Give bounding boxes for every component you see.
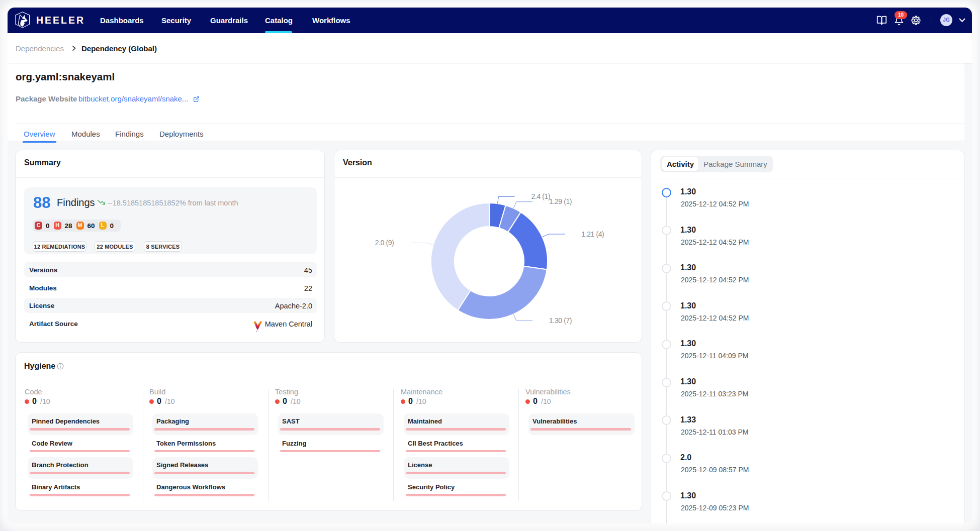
svg-text:2.0 (9): 2.0 (9)	[375, 239, 394, 247]
svg-text:1.30 (7): 1.30 (7)	[549, 316, 572, 325]
svg-text:2.4 (1): 2.4 (1)	[531, 192, 551, 200]
svg-text:1.29 (1): 1.29 (1)	[549, 197, 572, 205]
svg-text:1.21 (4): 1.21 (4)	[581, 230, 604, 238]
